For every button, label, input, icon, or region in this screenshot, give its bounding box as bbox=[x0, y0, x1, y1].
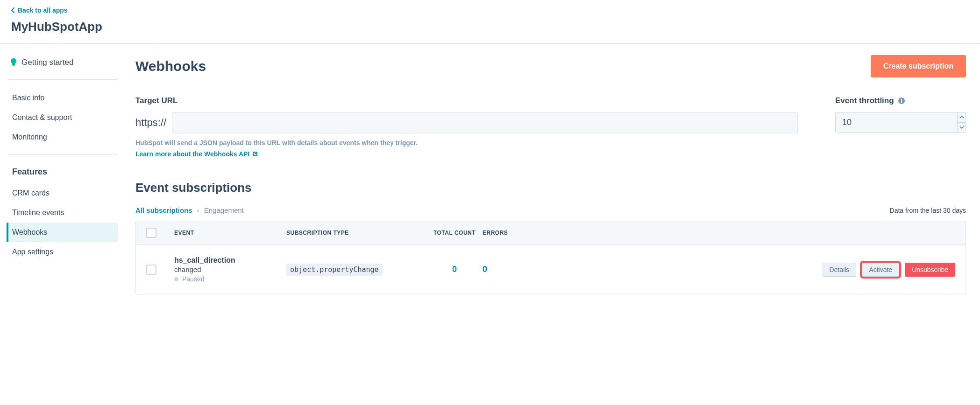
select-all-checkbox[interactable] bbox=[146, 228, 156, 238]
unsubscribe-button[interactable]: Unsubscribe bbox=[905, 263, 955, 277]
create-subscription-button[interactable]: Create subscription bbox=[871, 55, 966, 77]
column-count: TOTAL COUNT bbox=[426, 230, 483, 236]
throttle-increment-button[interactable] bbox=[958, 112, 966, 123]
page-title: Webhooks bbox=[135, 58, 206, 74]
details-button[interactable]: Details bbox=[823, 263, 857, 277]
target-url-label: Target URL bbox=[135, 96, 798, 105]
getting-started-label: Getting started bbox=[21, 58, 74, 67]
info-icon[interactable] bbox=[898, 97, 905, 105]
url-prefix: https:// bbox=[135, 117, 166, 129]
sidebar-item-crm-cards[interactable]: CRM cards bbox=[8, 183, 118, 203]
sidebar-item-monitoring[interactable]: Monitoring bbox=[8, 127, 118, 147]
sidebar-separator bbox=[8, 154, 118, 155]
total-count-value[interactable]: 0 bbox=[452, 265, 457, 274]
learn-more-label: Learn more about the Webhooks API bbox=[135, 150, 249, 158]
sidebar-getting-started[interactable]: Getting started bbox=[8, 55, 118, 80]
event-subscriptions-heading: Event subscriptions bbox=[135, 181, 966, 195]
throttle-label: Event throttling bbox=[835, 96, 966, 105]
sidebar: Getting started Basic info Contact & sup… bbox=[0, 44, 122, 313]
breadcrumb-root[interactable]: All subscriptions bbox=[135, 206, 192, 214]
chevron-down-icon bbox=[959, 126, 964, 129]
sidebar-item-webhooks[interactable]: Webhooks bbox=[7, 223, 118, 242]
lightbulb-icon bbox=[10, 58, 17, 67]
row-checkbox[interactable] bbox=[146, 265, 156, 275]
errors-value[interactable]: 0 bbox=[483, 265, 487, 274]
throttle-input[interactable] bbox=[835, 112, 958, 133]
event-status: Paused bbox=[182, 275, 204, 283]
throttle-label-text: Event throttling bbox=[835, 96, 894, 105]
throttle-decrement-button[interactable] bbox=[958, 123, 966, 133]
activate-button[interactable]: Activate bbox=[862, 263, 899, 277]
status-dot-icon bbox=[174, 277, 178, 281]
subscriptions-table: EVENT SUBSCRIPTION TYPE TOTAL COUNT ERRO… bbox=[135, 221, 966, 294]
sidebar-item-timeline-events[interactable]: Timeline events bbox=[8, 203, 118, 223]
chevron-left-icon bbox=[11, 7, 15, 13]
sidebar-item-app-settings[interactable]: App settings bbox=[8, 242, 118, 262]
event-name: hs_call_direction bbox=[174, 256, 286, 265]
data-range-label: Data from the last 30 days bbox=[890, 207, 966, 214]
event-subtype: changed bbox=[174, 265, 286, 273]
chevron-up-icon bbox=[959, 116, 964, 119]
target-url-input[interactable] bbox=[172, 112, 798, 133]
back-to-apps-link[interactable]: Back to all apps bbox=[11, 7, 68, 14]
svg-rect-1 bbox=[901, 100, 902, 103]
back-label: Back to all apps bbox=[18, 7, 68, 14]
main-content: Webhooks Create subscription Target URL … bbox=[122, 44, 980, 313]
external-link-icon bbox=[252, 151, 258, 157]
app-name: MyHubSpotApp bbox=[11, 20, 969, 34]
breadcrumb: All subscriptions › Engagement bbox=[135, 206, 244, 214]
column-type: SUBSCRIPTION TYPE bbox=[286, 230, 426, 236]
column-event: EVENT bbox=[174, 230, 286, 236]
sidebar-item-basic-info[interactable]: Basic info bbox=[8, 88, 118, 108]
table-row: hs_call_direction changed Paused object.… bbox=[136, 245, 966, 294]
breadcrumb-current: Engagement bbox=[204, 206, 244, 214]
target-url-helper: HubSpot will send a JSON payload to this… bbox=[135, 139, 798, 147]
sidebar-item-contact-support[interactable]: Contact & support bbox=[8, 108, 118, 127]
chevron-right-icon: › bbox=[197, 206, 199, 214]
svg-rect-2 bbox=[901, 99, 902, 100]
learn-more-link[interactable]: Learn more about the Webhooks API bbox=[135, 150, 258, 158]
column-errors: ERRORS bbox=[483, 230, 548, 236]
subscription-type-code: object.propertyChange bbox=[286, 264, 383, 276]
sidebar-features-heading: Features bbox=[8, 163, 118, 183]
